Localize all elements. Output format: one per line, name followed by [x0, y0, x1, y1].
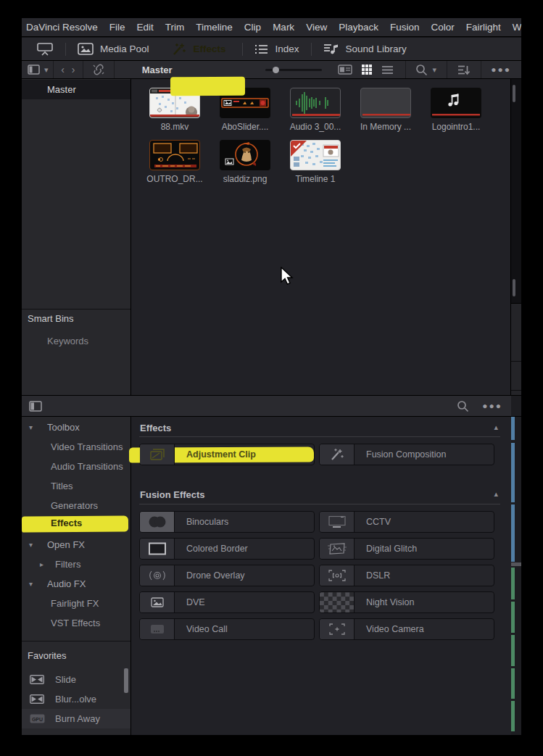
clip-logointro[interactable]: Logointro1...: [423, 88, 489, 132]
menu-edit[interactable]: Edit: [137, 22, 154, 33]
sort-icon[interactable]: [457, 65, 471, 75]
menu-fairlight[interactable]: Fairlight: [466, 22, 501, 33]
menu-fusion[interactable]: Fusion: [390, 22, 420, 33]
unlink-bins-icon[interactable]: [92, 64, 105, 75]
sidebar-item-open-fx[interactable]: ▾ Open FX: [22, 535, 130, 554]
fusion-effect-video-call[interactable]: Video Call: [139, 618, 315, 640]
fusion-wand-icon: [320, 444, 355, 465]
thumbnail-zoom-slider[interactable]: [265, 69, 322, 71]
slider-knob[interactable]: [273, 67, 279, 73]
bin-sidebar-toggle-icon[interactable]: [28, 65, 40, 75]
bin-view-chevron-icon[interactable]: ▾: [44, 65, 49, 75]
collapse-chevron-icon[interactable]: ▴: [494, 489, 498, 499]
media-pool-options-icon[interactable]: ●●●: [491, 65, 511, 75]
sidebar-item-fairlight-fx[interactable]: Fairlight FX: [22, 594, 130, 613]
clip-thumbnail: [360, 88, 411, 118]
sound-library-button[interactable]: Sound Library: [315, 40, 415, 59]
sidebar-item-toolbox[interactable]: ▾ Toolbox: [22, 418, 130, 437]
scrollbar-thumb[interactable]: [513, 85, 515, 102]
clip-audio-3[interactable]: Audio 3_00...: [283, 88, 348, 132]
scrollbar-thumb[interactable]: [513, 279, 515, 296]
sidebar-item-filters[interactable]: ▸ Filters: [22, 554, 130, 574]
fusion-effect-digital-glitch[interactable]: Digital Glitch: [319, 538, 494, 560]
smart-bins-header[interactable]: Smart Bins: [28, 313, 74, 324]
menu-file[interactable]: File: [109, 22, 125, 33]
separator: [481, 61, 481, 78]
clip-thumbnail: [290, 140, 341, 170]
collapse-chevron-icon[interactable]: ▴: [494, 423, 498, 432]
list-view-icon[interactable]: [381, 65, 394, 75]
clip-in-memory[interactable]: In Memory ...: [353, 88, 418, 132]
sidebar-item-audio-fx[interactable]: ▾ Audio FX: [22, 574, 130, 594]
effect-label: Binoculars: [175, 512, 314, 532]
fx-options-icon[interactable]: ●●●: [482, 401, 502, 411]
monitor-icon: [36, 42, 54, 57]
sidebar-item-audio-transitions[interactable]: Audio Transitions: [22, 457, 130, 476]
adjustment-clip-icon: [140, 444, 175, 465]
chevron-down-icon: ▾: [29, 580, 36, 588]
clip-outro-dr[interactable]: OUTRO_DR...: [142, 140, 207, 184]
fusion-effect-cctv[interactable]: CCTV: [319, 511, 494, 533]
clip-sladdiz[interactable]: sladdiz.png: [212, 140, 278, 184]
media-pool-button[interactable]: Media Pool: [69, 40, 158, 59]
effect-label: Fusion Composition: [355, 444, 494, 465]
grid-view-icon[interactable]: [361, 64, 373, 75]
menu-workspace[interactable]: Workspace: [513, 22, 521, 33]
fusion-effect-dslr[interactable]: DSLR: [319, 565, 494, 586]
cutoff-panel-scroll-area: [511, 79, 521, 303]
menu-color[interactable]: Color: [431, 22, 454, 33]
fx-sidebar-toggle-icon[interactable]: [29, 401, 42, 412]
sidebar-item-label: Audio FX: [47, 578, 86, 589]
menu-view[interactable]: View: [306, 22, 327, 33]
menu-clip[interactable]: Clip: [244, 22, 261, 33]
index-list-icon: [254, 43, 269, 55]
sidebar-item-generators[interactable]: Generators: [22, 496, 130, 515]
video-clip-edge: [511, 504, 515, 562]
chevron-down-icon: ▾: [29, 541, 36, 549]
effects-button[interactable]: Effects: [162, 40, 235, 59]
effect-label: Digital Glitch: [355, 539, 494, 559]
sidebar-item-video-transitions[interactable]: Video Transitions: [22, 437, 130, 457]
favorite-item-label: Burn Away: [55, 713, 100, 724]
sidebar-item-vst-effects[interactable]: VST Effects: [22, 613, 130, 633]
menu-playback[interactable]: Playback: [339, 22, 378, 33]
fx-sidebar-scrollbar-thumb[interactable]: [124, 668, 128, 693]
fusion-effect-colored-border[interactable]: Colored Border: [139, 538, 315, 560]
clip-name: Audio 3_00...: [283, 122, 348, 132]
search-icon[interactable]: [415, 64, 428, 76]
sound-library-label: Sound Library: [346, 43, 407, 54]
fusion-effect-drone-overlay[interactable]: Drone Overlay: [139, 565, 315, 586]
fusion-effect-dve[interactable]: DVE: [139, 591, 315, 613]
strip-view-icon[interactable]: [338, 65, 352, 75]
fx-search-icon[interactable]: [457, 400, 469, 412]
bin-sidebar: Master Smart Bins Keywords: [22, 79, 130, 395]
search-options-chevron-icon[interactable]: ▾: [432, 65, 436, 75]
effects-library-sidebar: ▾ Toolbox Video Transitions Audio Transi…: [22, 417, 130, 735]
sidebar-item-label: VST Effects: [51, 618, 100, 628]
index-button[interactable]: Index: [246, 40, 308, 59]
menu-trim[interactable]: Trim: [165, 22, 185, 33]
menu-mark[interactable]: Mark: [273, 22, 294, 33]
fusion-effect-night-vision[interactable]: Night Vision: [319, 591, 494, 613]
favorite-item-slide[interactable]: Slide: [22, 670, 130, 689]
bin-item-master[interactable]: Master: [22, 80, 130, 99]
clip-timeline-1[interactable]: Timeline 1: [283, 140, 348, 184]
menu-bar: DaVinci Resolve File Edit Trim Timeline …: [22, 18, 521, 36]
menu-davinci-resolve[interactable]: DaVinci Resolve: [26, 22, 98, 33]
effect-adjustment-clip[interactable]: Adjustment Clip: [139, 444, 315, 465]
favorite-item-blur-dissolve[interactable]: Blur...olve: [22, 689, 130, 709]
fusion-effect-binoculars[interactable]: Binoculars: [139, 511, 315, 533]
digital-glitch-icon: [320, 539, 355, 559]
effect-fusion-composition[interactable]: Fusion Composition: [319, 444, 494, 465]
fusion-effect-video-camera[interactable]: Video Camera: [319, 618, 494, 640]
bin-item-label: Master: [47, 84, 76, 95]
workspace-overlay-button[interactable]: [28, 40, 62, 59]
sidebar-item-effects-label[interactable]: Effects: [51, 518, 82, 528]
back-icon[interactable]: ‹: [61, 64, 65, 75]
forward-icon[interactable]: ›: [72, 64, 75, 75]
favorite-item-burn-away[interactable]: GPU Burn Away: [22, 709, 130, 728]
smart-bin-item-keywords[interactable]: Keywords: [47, 336, 88, 346]
sidebar-item-titles[interactable]: Titles: [22, 476, 130, 496]
menu-timeline[interactable]: Timeline: [196, 22, 233, 33]
clip-thumbnail: [149, 140, 200, 170]
